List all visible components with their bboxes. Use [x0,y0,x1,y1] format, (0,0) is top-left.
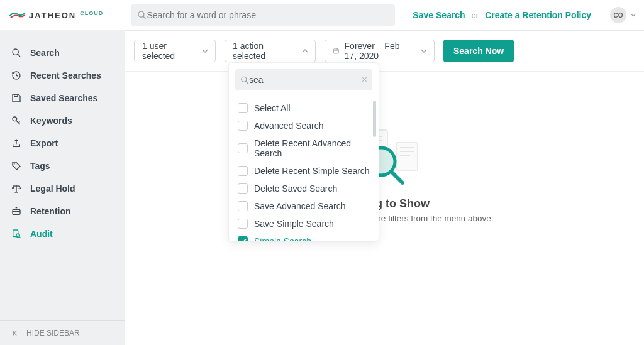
sidebar-item-export[interactable]: Export [0,132,125,155]
dropdown-filter-input[interactable] [249,75,367,85]
hide-sidebar-button[interactable]: HIDE SIDEBAR [0,320,125,345]
sidebar-item-label: Audit [30,229,53,239]
dropdown-option[interactable]: Select All [229,99,379,117]
sidebar-item-label: Recent Searches [30,70,101,80]
dropdown-option-label: Delete Recent Advanced Search [254,138,370,158]
scales-icon [11,183,21,194]
svg-point-33 [242,77,247,82]
svg-line-32 [391,172,402,183]
logo-mark-icon [9,8,26,22]
save-icon [11,93,21,103]
user-menu[interactable]: CO [610,7,636,23]
users-filter[interactable]: 1 user selected [134,40,216,62]
sidebar-item-label: Search [30,48,60,58]
checkbox[interactable] [238,219,248,229]
sidebar-item-label: Saved Searches [30,93,97,103]
checkbox[interactable] [238,236,248,241]
key-icon [11,116,21,126]
search-now-button[interactable]: Search Now [443,40,514,62]
svg-point-0 [138,11,144,17]
svg-line-18 [19,237,21,238]
dropdown-option-label: Simple Search [254,236,311,241]
tag-icon [11,161,21,171]
global-search-input[interactable] [147,10,389,20]
avatar: CO [610,7,626,23]
svg-rect-13 [13,209,20,214]
brand-logo: JATHEON CLOUD [0,8,125,22]
brand-name: JATHEON [29,11,76,20]
audit-icon [11,229,21,239]
dropdown-option[interactable]: Save Advanced Search [229,197,379,215]
checkbox[interactable] [238,183,248,194]
svg-rect-19 [333,49,338,53]
actions-dropdown-panel: × Select AllAdvanced SearchDelete Recent… [228,62,379,242]
dropdown-option-label: Advanced Search [254,121,324,131]
sidebar-item-search[interactable]: Search [0,41,125,64]
clear-filter-button[interactable]: × [362,74,367,85]
checkbox[interactable] [238,121,248,131]
search-icon [137,10,147,20]
calendar-icon [333,47,340,55]
content-area: 1 user selected 1 action selected Foreve… [125,30,644,345]
dropdown-option[interactable]: Delete Saved Search [229,180,379,197]
dropdown-option[interactable]: Delete Recent Advanced Search [229,134,379,162]
chevron-down-icon [420,47,428,55]
svg-rect-27 [396,143,418,170]
checkbox[interactable] [238,166,248,176]
header-or-text: or [472,11,479,20]
sidebar-item-legalhold[interactable]: Legal Hold [0,177,125,200]
retention-icon [11,206,21,216]
chevron-up-icon [301,47,309,55]
collapse-icon [11,329,20,337]
history-icon [11,70,21,80]
dropdown-option[interactable]: Delete Recent Simple Search [229,162,379,180]
sidebar: SearchRecent SearchesSaved SearchesKeywo… [0,30,125,345]
save-search-link[interactable]: Save Search [413,10,465,20]
svg-line-1 [143,16,146,19]
export-icon [11,138,21,148]
sidebar-item-label: Retention [30,206,71,216]
global-search[interactable] [131,4,395,26]
empty-title: Nothing to Show [125,197,644,211]
dropdown-option-label: Delete Saved Search [254,183,337,194]
sidebar-item-tags[interactable]: Tags [0,155,125,177]
dropdown-option[interactable]: Advanced Search [229,117,379,134]
create-retention-link[interactable]: Create a Retention Policy [485,10,591,20]
scrollbar-thumb[interactable] [373,101,376,137]
sidebar-item-recent[interactable]: Recent Searches [0,64,125,87]
filter-bar: 1 user selected 1 action selected Foreve… [125,31,644,72]
dropdown-option-label: Select All [254,103,291,113]
svg-line-8 [18,121,19,123]
checkbox[interactable] [238,201,248,211]
sidebar-item-retention[interactable]: Retention [0,200,125,222]
chevron-down-icon [201,47,209,55]
actions-filter-label: 1 action selected [233,41,295,61]
checkbox[interactable] [238,103,248,113]
search-icon [11,48,21,58]
checkbox[interactable] [238,143,248,153]
sidebar-item-saved[interactable]: Saved Searches [0,87,125,109]
date-filter[interactable]: Forever – Feb 17, 2020 [325,40,435,62]
svg-point-2 [13,49,18,55]
dropdown-option-label: Delete Recent Simple Search [254,166,370,176]
dropdown-option[interactable]: Save Simple Search [229,215,379,233]
sidebar-item-audit[interactable]: Audit [0,222,125,245]
svg-rect-16 [13,230,18,237]
svg-point-9 [14,163,15,165]
date-filter-label: Forever – Feb 17, 2020 [345,41,414,61]
users-filter-label: 1 user selected [142,41,195,61]
dropdown-option-label: Save Simple Search [254,219,334,229]
svg-line-34 [246,81,248,83]
sidebar-item-label: Export [30,138,58,148]
dropdown-option-label: Save Advanced Search [254,201,346,211]
svg-rect-5 [14,94,18,96]
brand-suffix: CLOUD [80,10,103,16]
svg-point-6 [13,117,17,121]
actions-filter[interactable]: 1 action selected [225,40,316,62]
dropdown-option[interactable]: Simple Search [229,233,379,241]
dropdown-filter[interactable]: × [235,69,372,90]
sidebar-item-label: Keywords [30,116,72,126]
search-icon [240,75,249,85]
sidebar-item-label: Legal Hold [30,183,75,194]
sidebar-item-keywords[interactable]: Keywords [0,109,125,132]
